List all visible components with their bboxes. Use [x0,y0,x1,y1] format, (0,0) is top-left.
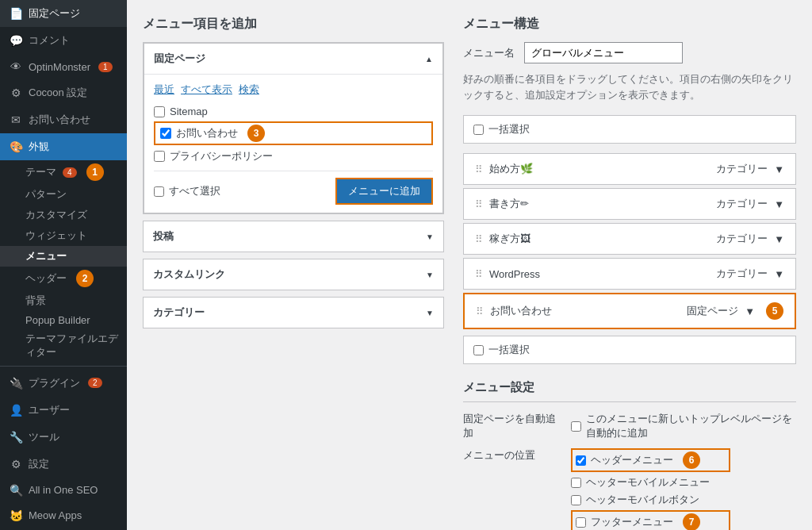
accordion-fixed-pages-header[interactable]: 固定ページ ▲ [144,44,442,74]
sidebar-item-menu[interactable]: メニュー [0,246,127,267]
drag-handle-4: ⠿ [476,305,484,317]
tab-recent[interactable]: 最近 [154,83,174,97]
optinmonster-badge: 1 [98,62,113,72]
position-label: メニューの位置 [463,448,558,530]
tab-row: 最近 すべて表示 検索 [154,83,433,97]
sidebar-item-appearance[interactable]: 🎨 外観 [0,133,127,160]
auto-add-checkbox[interactable] [571,421,581,432]
accordion-fixed-pages-content: 最近 すべて表示 検索 Sitemap お問い合わせ 3 [144,74,442,213]
menu-name-input[interactable] [524,42,683,63]
callout-6: 6 [683,451,700,469]
menu-item-1-label: ⠿ 書き方✏ [475,197,529,211]
sidebar-item-users[interactable]: 👤 ユーザー [0,397,127,424]
select-all-row: すべて選択 メニューに追加 [154,171,433,205]
drag-handle-2: ⠿ [475,233,483,245]
accordion-post-header[interactable]: 投稿 ▼ [144,221,443,252]
sidebar-item-comments[interactable]: 💬 コメント [0,27,127,54]
auto-add-checkbox-row: このメニューに新しいトップレベルページを自動的に追加 [571,412,796,440]
select-all-checkbox[interactable] [154,186,164,197]
sidebar-item-aioseo[interactable]: 🔍 All in One SEO [0,478,127,503]
contact-checkbox[interactable] [160,128,171,139]
sidebar-item-theme-editor[interactable]: テーマファイルエディター [0,329,127,363]
sidebar-item-fixed-pages[interactable]: 📄 固定ページ [0,0,127,27]
fixed-pages-icon: 📄 [10,7,22,20]
callout-7: 7 [683,513,700,530]
menu-settings: メニュー設定 固定ページを自動追加 このメニューに新しいトップレベルページを自動… [463,380,796,530]
sidebar-item-tools[interactable]: 🔧 ツール [0,424,127,451]
callout-1: 1 [86,163,104,181]
drag-handle-1: ⠿ [475,198,483,210]
right-panel: メニュー構造 メニュー名 好みの順番に各項目をドラッグしてください。項目の右側の… [463,16,796,530]
menu-item-0: ⠿ 始め方🌿 カテゴリー ▼ [463,153,796,185]
left-panel-title: メニュー項目を追加 [143,16,444,33]
header-menu-checkbox[interactable] [576,455,586,466]
comments-icon: 💬 [10,34,22,47]
menu-item-0-arrow[interactable]: ▼ [774,163,784,175]
contact-icon: ✉ [10,113,22,126]
tab-all[interactable]: すべて表示 [181,83,232,97]
menu-settings-title: メニュー設定 [463,380,796,402]
accordion-category-arrow: ▼ [426,309,434,317]
tools-icon: 🔧 [10,431,22,444]
add-to-menu-button[interactable]: メニューに追加 [335,178,433,205]
accordion-category-header[interactable]: カテゴリー ▼ [144,298,443,328]
cocoon-icon: ⚙ [10,86,22,99]
footer-menu-checkbox[interactable] [576,517,586,528]
sidebar-item-popup[interactable]: Popup Builder [0,311,127,329]
sidebar-item-widget[interactable]: ウィジェット [0,225,127,246]
callout-2: 2 [76,270,94,287]
accordion-fixed-arrow: ▲ [425,55,433,63]
menu-description: 好みの順番に各項目をドラッグしてください。項目の右側の矢印をクリックすると、追加… [463,71,796,102]
header-menu-row: ヘッダーメニュー 6 [571,448,730,472]
header-mobile-menu-checkbox[interactable] [571,478,581,488]
sidebar-item-theme[interactable]: テーマ 4 1 [0,160,127,184]
footer-menu-row: フッターメニュー 7 [571,510,730,530]
position-row: メニューの位置 ヘッダーメニュー 6 ヘッターモバイルメニュー [463,448,796,530]
sidebar-item-pattern[interactable]: パターン [0,184,127,205]
position-value: ヘッダーメニュー 6 ヘッターモバイルメニュー ヘッターモバイルボタン [571,448,730,530]
optinmonster-icon: 👁 [10,60,22,73]
accordion-fixed-pages: 固定ページ ▲ 最近 すべて表示 検索 Sitemap [143,42,444,214]
auto-add-label: 固定ページを自動追加 [463,412,558,440]
accordion-post: 投稿 ▼ [143,221,444,252]
sitemap-checkbox[interactable] [154,106,165,117]
users-icon: 👤 [10,404,22,417]
accordion-custom-link: カスタムリンク ▼ [143,259,444,290]
sidebar-item-plugins[interactable]: 🔌 プラグイン 2 [0,370,127,397]
meow-icon: 🐱 [10,509,22,522]
sidebar-item-contact[interactable]: ✉ お問い合わせ [0,106,127,133]
aioseo-icon: 🔍 [10,484,22,497]
tab-search[interactable]: 検索 [239,83,259,97]
sidebar-item-meow[interactable]: 🐱 Meow Apps [0,503,127,528]
auto-add-row: 固定ページを自動追加 このメニューに新しいトップレベルページを自動的に追加 [463,412,796,440]
select-all-top-checkbox[interactable] [473,125,484,135]
privacy-checkbox[interactable] [154,151,165,162]
sidebar-item-cocoon[interactable]: ⚙ Cocoon 設定 [0,79,127,106]
select-all-bottom: 一括選択 [463,336,796,364]
menu-item-1-arrow[interactable]: ▼ [774,198,784,210]
plugins-icon: 🔌 [10,377,22,390]
sitemap-label: Sitemap [170,106,208,117]
right-panel-title: メニュー構造 [463,16,796,33]
sidebar-item-customize[interactable]: カスタマイズ [0,205,127,225]
auto-add-value: このメニューに新しいトップレベルページを自動的に追加 [571,412,796,440]
sidebar-item-header[interactable]: ヘッダー 2 [0,267,127,290]
accordion-custom-arrow: ▼ [426,271,434,279]
menu-item-3: ⠿ WordPress カテゴリー ▼ [463,258,796,290]
menu-item-3-arrow[interactable]: ▼ [774,268,784,280]
menu-item-4-label: ⠿ お問い合わせ [476,304,552,318]
select-all-bottom-checkbox[interactable] [473,345,484,355]
menu-item-4: ⠿ お問い合わせ 固定ページ ▼ 5 [463,293,796,329]
menu-name-label: メニュー名 [463,46,515,60]
contact-label: お問い合わせ [176,126,238,140]
header-mobile-btn-row: ヘッターモバイルボタン [571,493,730,507]
theme-badge: 4 [63,167,77,178]
sidebar-item-optinmonster[interactable]: 👁 OptinMonster 1 [0,54,127,79]
accordion-custom-link-header[interactable]: カスタムリンク ▼ [144,259,443,290]
sidebar-item-background[interactable]: 背景 [0,290,127,311]
menu-item-2-arrow[interactable]: ▼ [774,233,784,245]
privacy-label: プライバシーポリシー [170,149,273,163]
header-mobile-btn-checkbox[interactable] [571,495,581,505]
menu-item-4-arrow[interactable]: ▼ [745,305,755,317]
sidebar-item-settings[interactable]: ⚙ 設定 [0,451,127,478]
